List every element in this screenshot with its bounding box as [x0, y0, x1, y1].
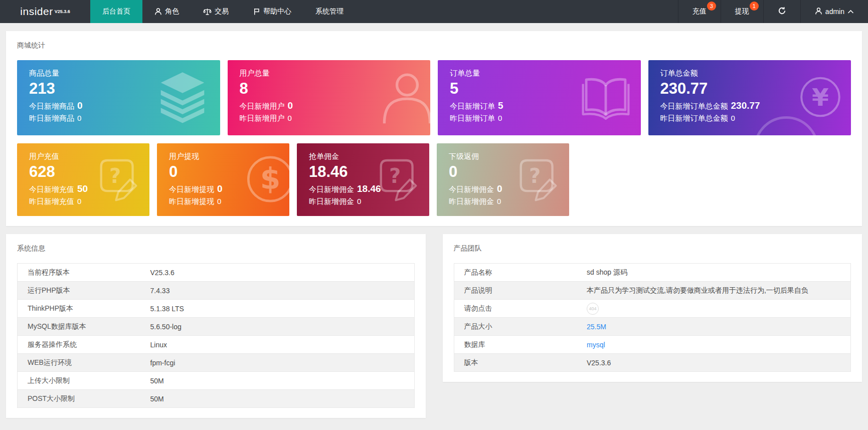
menu-item-system-settings[interactable]: 系统管理 [303, 0, 356, 23]
bottom-panels: 系统信息 当前程序版本V25.3.6 运行PHP版本7.4.33 ThinkPH… [6, 234, 862, 418]
stat-yesterday-value: 0 [77, 197, 81, 205]
withdraw-button[interactable]: 提现 1 [721, 0, 763, 23]
info-label: 产品说明 [454, 282, 577, 300]
stat-card-user-withdraw: 用户提现 0 今日新增提现0 昨日新增提现0 $ [157, 143, 289, 216]
info-value: 本产品只为学习测试交流,请勿要做商业或者用于违法行为,一切后果自负 [577, 282, 851, 300]
book-icon [579, 70, 633, 126]
stat-yesterday-label: 昨日新增充值 [29, 197, 74, 205]
menu-item-dashboard[interactable]: 后台首页 [90, 0, 142, 23]
product-team-title: 产品团队 [454, 244, 851, 253]
system-info-table: 当前程序版本V25.3.6 运行PHP版本7.4.33 ThinkPHP版本5.… [17, 263, 415, 408]
svg-text:?: ? [529, 164, 541, 187]
info-label: 当前程序版本 [18, 264, 140, 282]
stat-yesterday-value: 0 [731, 114, 735, 122]
document-question-icon: ? [373, 155, 421, 204]
document-question-icon: ? [513, 155, 561, 204]
stat-card-sub-rebate: 下级返佣 0 今日新增佣金0 昨日新增佣金0 ? [437, 143, 569, 216]
table-row: WEB运行环境fpm-fcgi [18, 354, 415, 372]
main-menu: 后台首页 角色 交易 帮助中心 系统管理 [90, 0, 356, 23]
stat-today-value: 0 [497, 183, 502, 194]
stat-today-value: 0 [217, 183, 223, 194]
info-value: 5.1.38 LTS [140, 300, 415, 318]
table-row: 上传大小限制50M [18, 372, 415, 390]
yen-icon: ¥ [798, 75, 843, 121]
info-value: fpm-fcgi [140, 354, 415, 372]
stat-cards-row-2: 用户充值 628 今日新增充值50 昨日新增充值0 ? 用户提现 0 今日新增提… [17, 143, 851, 216]
stat-yesterday-value: 0 [357, 197, 361, 205]
info-value: sd shop 源码 [577, 264, 851, 282]
menu-item-label: 角色 [165, 7, 179, 16]
svg-text:?: ? [389, 164, 401, 187]
top-navbar: insider V25.3.6 后台首页 角色 交易 帮助中心 系统管理 充值 … [0, 0, 868, 23]
stat-card-grab-commission: 抢单佣金 18.46 今日新增佣金18.46 昨日新增佣金0 ? [297, 143, 429, 216]
info-label: 数据库 [454, 336, 577, 354]
info-label: 产品名称 [454, 264, 577, 282]
system-info-panel: 系统信息 当前程序版本V25.3.6 运行PHP版本7.4.33 ThinkPH… [6, 234, 426, 418]
user-icon [154, 8, 162, 16]
menu-item-trade[interactable]: 交易 [191, 0, 241, 23]
stat-today-label: 今日新增佣金 [309, 185, 354, 193]
info-label: WEB运行环境 [18, 354, 140, 372]
stat-yesterday-value: 0 [217, 197, 221, 205]
info-label: ThinkPHP版本 [18, 300, 140, 318]
scales-icon [203, 8, 212, 16]
app-logo[interactable]: insider V25.3.6 [0, 0, 90, 23]
table-row: 数据库mysql [454, 336, 851, 354]
mall-statistics-panel: 商城统计 商品总量 213 今日新增商品0 昨日新增商品0 用户总量 [6, 31, 862, 226]
product-size-link[interactable]: 25.5M [587, 323, 606, 331]
stat-yesterday-label: 昨日新增佣金 [309, 197, 354, 205]
chevron-up-icon [847, 8, 854, 16]
table-row: 请勿点击404 [454, 300, 851, 318]
flag-icon [253, 8, 260, 16]
main-content: 商城统计 商品总量 213 今日新增商品0 昨日新增商品0 用户总量 [0, 23, 868, 418]
stat-today-value: 50 [77, 183, 88, 194]
info-label: POST大小限制 [18, 390, 140, 408]
table-row: 版本V25.3.6 [454, 354, 851, 372]
stat-today-label: 今日新增订单 [450, 102, 495, 110]
database-link[interactable]: mysql [587, 341, 605, 349]
table-row: 服务器操作系统Linux [18, 336, 415, 354]
stat-yesterday-value: 0 [498, 114, 502, 122]
stat-cards-row-1: 商品总量 213 今日新增商品0 昨日新增商品0 用户总量 8 今日新增用户0 [17, 60, 851, 135]
table-row: 产品名称sd shop 源码 [454, 264, 851, 282]
stat-card-products-total: 商品总量 213 今日新增商品0 昨日新增商品0 [17, 60, 220, 135]
stat-yesterday-label: 昨日新增订单 [450, 114, 495, 122]
table-row: POST大小限制50M [18, 390, 415, 408]
stat-today-label: 今日新增商品 [29, 102, 74, 110]
menu-item-roles[interactable]: 角色 [142, 0, 191, 23]
table-row: 产品说明本产品只为学习测试交流,请勿要做商业或者用于违法行为,一切后果自负 [454, 282, 851, 300]
stat-yesterday-label: 昨日新增提现 [169, 197, 214, 205]
menu-item-help-center[interactable]: 帮助中心 [241, 0, 303, 23]
stat-today-label: 今日新增用户 [240, 102, 285, 110]
svg-text:¥: ¥ [812, 83, 829, 111]
admin-dropdown[interactable]: admin [800, 0, 868, 23]
info-label: 产品大小 [454, 318, 577, 336]
info-value: 7.4.33 [140, 282, 415, 300]
table-row: 产品大小25.5M [454, 318, 851, 336]
admin-avatar-icon [815, 7, 822, 17]
refresh-icon [778, 7, 786, 17]
stat-today-label: 今日新增提现 [169, 185, 214, 193]
stat-today-value: 0 [288, 100, 293, 111]
system-info-title: 系统信息 [17, 244, 415, 253]
stat-card-users-total: 用户总量 8 今日新增用户0 昨日新增用户0 [228, 60, 431, 135]
user-silhouette-icon [377, 67, 430, 129]
recharge-button[interactable]: 充值 3 [678, 0, 721, 23]
stat-today-value: 230.77 [731, 100, 760, 111]
stat-yesterday-value: 0 [288, 114, 292, 122]
stat-yesterday-value: 0 [77, 114, 81, 122]
mall-statistics-title: 商城统计 [17, 41, 851, 50]
refresh-button[interactable] [763, 0, 800, 23]
stat-card-orders-total: 订单总量 5 今日新增订单5 昨日新增订单0 [438, 60, 641, 135]
menu-item-label: 后台首页 [102, 7, 130, 16]
stat-yesterday-label: 昨日新增订单总金额 [660, 114, 728, 122]
info-label: 请勿点击 [454, 300, 577, 318]
admin-username: admin [825, 8, 844, 16]
menu-item-label: 系统管理 [315, 7, 343, 16]
navbar-actions: 充值 3 提现 1 admin [678, 0, 868, 23]
badge-404[interactable]: 404 [587, 303, 599, 315]
table-row: 运行PHP版本7.4.33 [18, 282, 415, 300]
info-label: 版本 [454, 354, 577, 372]
info-value: 5.6.50-log [140, 318, 415, 336]
withdraw-badge: 1 [750, 2, 759, 11]
